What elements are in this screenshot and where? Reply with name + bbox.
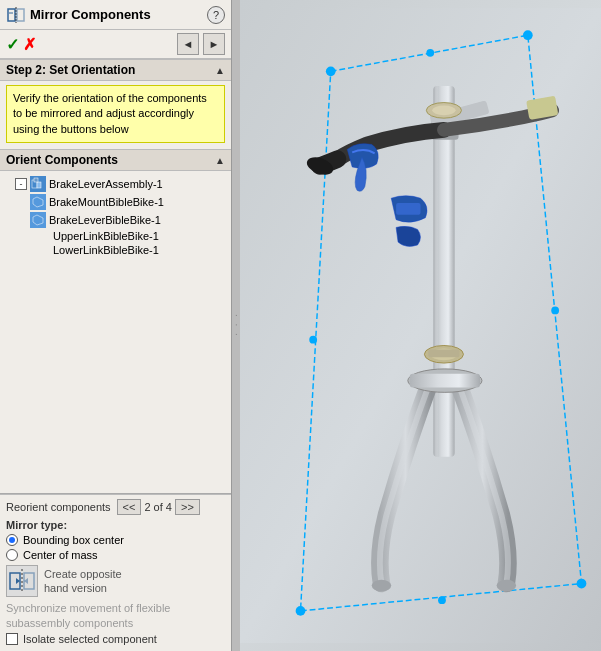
reorient-count: 2 of 4 bbox=[144, 501, 172, 513]
title-bar: Mirror Components ? bbox=[0, 0, 231, 30]
step2-instruction: Verify the orientation of the components… bbox=[6, 85, 225, 143]
nav-forward-button[interactable]: ► bbox=[203, 33, 225, 55]
radio-mass-label: Center of mass bbox=[23, 549, 98, 561]
svg-point-20 bbox=[438, 596, 446, 604]
svg-point-35 bbox=[372, 580, 392, 592]
svg-rect-6 bbox=[34, 178, 38, 182]
reorient-nav: << 2 of 4 >> bbox=[117, 499, 200, 515]
svg-rect-32 bbox=[396, 203, 420, 215]
right-panel bbox=[240, 0, 601, 651]
action-bar: ✓ ✗ ◄ ► bbox=[0, 30, 231, 59]
svg-point-15 bbox=[523, 30, 533, 40]
radio-bounding[interactable]: Bounding box center bbox=[6, 534, 225, 546]
svg-point-19 bbox=[551, 306, 559, 314]
cancel-button[interactable]: ✗ bbox=[23, 35, 36, 54]
create-opposite-row: Create opposite hand version bbox=[6, 565, 225, 597]
svg-rect-0 bbox=[8, 9, 15, 21]
radio-bounding-label: Bounding box center bbox=[23, 534, 124, 546]
svg-point-17 bbox=[296, 606, 306, 616]
tree-root[interactable]: - BrakeLeverAssembly-1 bbox=[6, 175, 225, 193]
orient-collapse-icon: ▲ bbox=[215, 155, 225, 166]
svg-rect-2 bbox=[17, 9, 24, 21]
step2-collapse-icon: ▲ bbox=[215, 65, 225, 76]
orient-header[interactable]: Orient Components ▲ bbox=[0, 149, 231, 171]
svg-rect-5 bbox=[37, 182, 41, 188]
orient-header-text: Orient Components bbox=[6, 153, 118, 167]
reorient-row: Reorient components << 2 of 4 >> bbox=[6, 499, 225, 515]
tree-child-2[interactable]: BrakeLeverBibleBike-1 bbox=[6, 211, 225, 229]
left-panel: Mirror Components ? ✓ ✗ ◄ ► Step 2: Set … bbox=[0, 0, 232, 651]
isolate-checkbox[interactable] bbox=[6, 633, 18, 645]
title-text: Mirror Components bbox=[30, 7, 151, 22]
help-button[interactable]: ? bbox=[207, 6, 225, 24]
reorient-next[interactable]: >> bbox=[175, 499, 200, 515]
component-tree: - BrakeLeverAssembly-1 BrakeMou bbox=[0, 171, 231, 493]
sync-text: Synchronize movement of flexible subasse… bbox=[6, 601, 170, 630]
isolate-row[interactable]: Isolate selected component bbox=[6, 633, 225, 645]
part-icon-1 bbox=[30, 194, 46, 210]
mirror-type-label: Mirror type: bbox=[6, 519, 225, 531]
viewport-svg bbox=[240, 0, 601, 651]
nav-back-button[interactable]: ◄ bbox=[177, 33, 199, 55]
tree-child-1[interactable]: BrakeMountBibleBike-1 bbox=[6, 193, 225, 211]
svg-rect-23 bbox=[435, 86, 438, 457]
viewport bbox=[240, 0, 601, 651]
step2-area: Verify the orientation of the components… bbox=[0, 81, 231, 149]
tree-sibling-1[interactable]: UpperLinkBibleBike-1 bbox=[6, 229, 225, 243]
radio-bounding-circle[interactable] bbox=[6, 534, 18, 546]
tree-child-1-label: BrakeMountBibleBike-1 bbox=[49, 196, 164, 208]
tree-root-label: BrakeLeverAssembly-1 bbox=[49, 178, 163, 190]
title-bar-left: Mirror Components bbox=[6, 5, 151, 25]
radio-mass-circle[interactable] bbox=[6, 549, 18, 561]
part-icon-2 bbox=[30, 212, 46, 228]
sync-row: Synchronize movement of flexible subasse… bbox=[6, 601, 225, 630]
svg-rect-25 bbox=[410, 374, 480, 388]
reorient-label: Reorient components bbox=[6, 501, 111, 513]
svg-point-21 bbox=[309, 336, 317, 344]
svg-point-29 bbox=[432, 105, 455, 115]
step2-header[interactable]: Step 2: Set Orientation ▲ bbox=[0, 59, 231, 81]
create-opposite-text: Create opposite hand version bbox=[44, 567, 122, 596]
radio-mass[interactable]: Center of mass bbox=[6, 549, 225, 561]
mirror-icon bbox=[6, 5, 26, 25]
svg-point-36 bbox=[497, 580, 517, 592]
step2-header-text: Step 2: Set Orientation bbox=[6, 63, 135, 77]
tree-sibling-2-label: LowerLinkBibleBike-1 bbox=[53, 244, 159, 256]
create-opposite-icon bbox=[6, 565, 38, 597]
radio-bounding-dot bbox=[9, 537, 15, 543]
bottom-controls: Reorient components << 2 of 4 >> Mirror … bbox=[0, 494, 231, 651]
isolate-label: Isolate selected component bbox=[23, 633, 157, 645]
tree-child-2-label: BrakeLeverBibleBike-1 bbox=[49, 214, 161, 226]
tree-sibling-1-label: UpperLinkBibleBike-1 bbox=[53, 230, 159, 242]
svg-rect-37 bbox=[428, 349, 459, 357]
svg-point-14 bbox=[326, 66, 336, 76]
panel-splitter[interactable]: · · · bbox=[232, 0, 240, 651]
reorient-prev[interactable]: << bbox=[117, 499, 142, 515]
tree-expand-root[interactable]: - bbox=[15, 178, 27, 190]
assembly-icon bbox=[30, 176, 46, 192]
svg-point-16 bbox=[577, 579, 587, 589]
orient-section: Orient Components ▲ - BrakeLeverAssembly… bbox=[0, 149, 231, 493]
svg-point-18 bbox=[426, 49, 434, 57]
ok-button[interactable]: ✓ bbox=[6, 35, 19, 54]
tree-sibling-2[interactable]: LowerLinkBibleBike-1 bbox=[6, 243, 225, 257]
